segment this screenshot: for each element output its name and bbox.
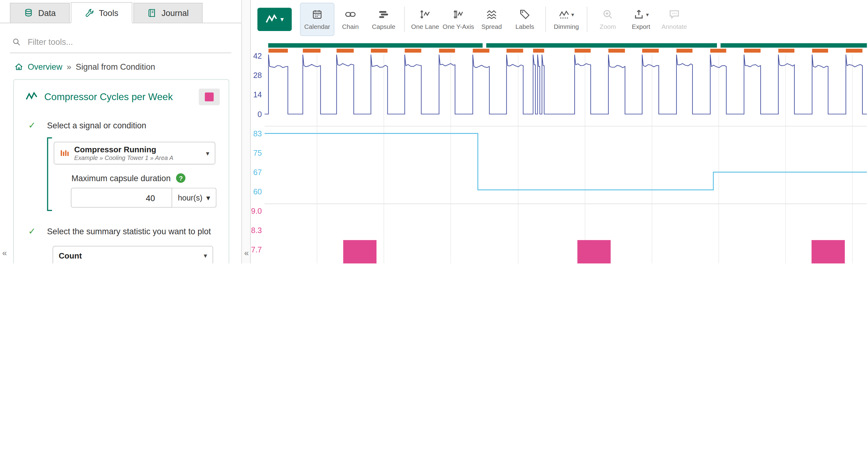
toolbar-calendar-button[interactable]: Calendar — [301, 3, 334, 36]
toolbar-separator — [404, 7, 405, 32]
y-axis-label[interactable]: 14 — [253, 90, 262, 99]
panel-tabbar: Data Tools Journal — [0, 0, 241, 23]
capsule-running[interactable] — [439, 49, 455, 53]
cycles-per-week-bar[interactable] — [343, 240, 376, 263]
filter-tools — [10, 33, 231, 53]
color-swatch-button[interactable] — [198, 89, 220, 105]
breadcrumb-current: Signal from Condition — [76, 62, 155, 71]
cycles-per-week-bar[interactable] — [811, 240, 845, 263]
help-icon[interactable]: ? — [176, 174, 186, 183]
check-icon: ✓ — [28, 120, 38, 132]
breadcrumb-overview-link[interactable]: Overview — [28, 62, 62, 71]
tool-header: Compressor Cycles per Week — [26, 89, 220, 105]
trend-toolbar: ▾ Calendar Chain Capsule One Lane One — [251, 0, 868, 39]
y-axis-label[interactable]: 8.3 — [251, 226, 262, 235]
tab-journal[interactable]: Journal — [133, 3, 203, 23]
tab-journal-label: Journal — [161, 8, 189, 18]
collapse-panel-left-icon[interactable]: « — [2, 248, 7, 258]
tab-data[interactable]: Data — [10, 3, 69, 23]
y-axis-label[interactable]: 7.7 — [251, 245, 262, 254]
tab-tools[interactable]: Tools — [71, 2, 132, 23]
y-axis-label[interactable]: 28 — [253, 71, 262, 80]
duration-unit-select[interactable]: hour(s) ▾ — [172, 188, 216, 208]
y-axis-label[interactable]: 75 — [253, 149, 262, 157]
toolbar-one-lane-button[interactable]: One Lane — [408, 3, 442, 36]
compressor-power-series[interactable] — [265, 55, 867, 114]
y-axis-label[interactable]: 0 — [257, 110, 262, 119]
capsule-weeks[interactable] — [268, 43, 483, 48]
panel-splitter[interactable]: « — [242, 0, 251, 263]
max-duration-row: hour(s) ▾ — [71, 188, 220, 208]
chain-icon — [345, 9, 356, 20]
y-axis-label[interactable]: 9.0 — [251, 207, 262, 215]
tab-tools-label: Tools — [99, 8, 118, 18]
capsule-running[interactable] — [269, 49, 288, 53]
capsule-running[interactable] — [473, 49, 489, 53]
y-axis-label[interactable]: 67 — [253, 168, 262, 177]
chevron-down-icon: ▾ — [571, 11, 574, 18]
toolbar-capsule-button[interactable]: Capsule — [367, 3, 400, 36]
capsule-running[interactable] — [575, 49, 591, 53]
capsule-running[interactable] — [846, 49, 863, 53]
signal-icon — [26, 91, 38, 103]
toolbar-labels-button[interactable]: Labels — [508, 3, 541, 36]
toolbar-separator — [546, 7, 546, 32]
max-duration-input[interactable] — [71, 188, 172, 208]
capsule-running[interactable] — [337, 49, 354, 53]
spread-icon — [486, 9, 497, 20]
view-selector-dropdown[interactable]: ▾ — [257, 8, 292, 31]
trend-chart[interactable]: Mar 26Mar 28Mar 30Apr 1Apr 3Apr 5Apr 7Ap… — [251, 39, 868, 263]
capsule-running[interactable] — [642, 49, 659, 53]
capsule-icon — [378, 9, 389, 20]
compressor-hours-series[interactable] — [265, 133, 867, 190]
y-axis-label[interactable]: 83 — [253, 129, 262, 138]
capsule-running[interactable] — [710, 49, 726, 53]
trend-view: ▾ Calendar Chain Capsule One Lane One — [251, 0, 868, 263]
tab-data-label: Data — [38, 8, 56, 18]
toolbar-spread-button[interactable]: Spread — [475, 3, 508, 36]
y-axis-label[interactable]: 60 — [253, 187, 262, 196]
capsule-running[interactable] — [506, 49, 523, 53]
dimming-icon — [559, 9, 570, 20]
capsule-running[interactable] — [677, 49, 692, 53]
statistic-select[interactable]: Count ▾ — [53, 246, 213, 263]
tool-title: Compressor Cycles per Week — [44, 91, 192, 103]
trend-chart-area: Mar 26Mar 28Mar 30Apr 1Apr 3Apr 5Apr 7Ap… — [251, 39, 868, 263]
filter-tools-input[interactable] — [27, 36, 229, 47]
capsule-running[interactable] — [744, 49, 761, 53]
capsule-running[interactable] — [371, 49, 388, 53]
color-swatch — [205, 92, 214, 101]
breadcrumb: Overview » Signal from Condition — [14, 62, 231, 71]
journal-icon — [147, 8, 157, 18]
cycles-per-week-bar[interactable] — [577, 240, 611, 263]
seeq-workbench: Data Tools Journal Overview » Signal fro… — [0, 0, 868, 263]
trend-icon — [266, 13, 278, 26]
signal-select[interactable]: Compressor Running Example » Cooling Tow… — [54, 142, 215, 165]
toolbar-one-yaxis-button[interactable]: One Y-Axis — [442, 3, 475, 36]
capsule-running[interactable] — [303, 49, 321, 53]
check-icon: ✓ — [28, 226, 38, 238]
calendar-icon — [312, 9, 322, 20]
signal-bracket: Compressor Running Example » Cooling Tow… — [47, 138, 220, 211]
one-yaxis-icon — [453, 9, 464, 20]
step-signal: ✓ Select a signal or condition — [23, 120, 220, 132]
capsule-weeks[interactable] — [486, 43, 717, 48]
toolbar-zoom-button: Zoom — [591, 3, 624, 36]
collapse-panel-icon[interactable]: « — [244, 248, 249, 258]
zoom-icon — [602, 9, 613, 20]
y-axis-label[interactable]: 42 — [253, 52, 262, 60]
max-duration-label-row: Maximum capsule duration ? — [71, 174, 220, 183]
chevron-down-icon: ▾ — [646, 11, 649, 18]
toolbar-chain-button[interactable]: Chain — [334, 3, 367, 36]
home-icon[interactable] — [14, 62, 23, 71]
toolbar-export-button[interactable]: ▾ Export — [624, 3, 657, 36]
labels-icon — [519, 9, 530, 20]
capsule-running[interactable] — [533, 49, 544, 53]
toolbar-dimming-button[interactable]: ▾ Dimming — [550, 3, 583, 36]
capsule-running[interactable] — [405, 49, 422, 53]
toolbar-separator — [587, 7, 587, 32]
capsule-running[interactable] — [608, 49, 625, 53]
capsule-running[interactable] — [778, 49, 794, 53]
capsule-weeks[interactable] — [721, 43, 867, 48]
capsule-running[interactable] — [812, 49, 828, 53]
